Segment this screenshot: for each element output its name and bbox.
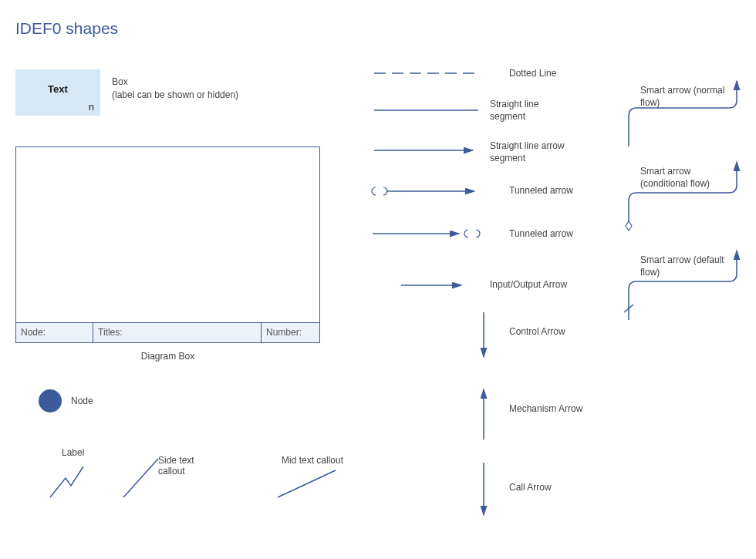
- mid-callout-caption: Mid text callout: [282, 455, 343, 466]
- smart-default-shape: [625, 243, 748, 328]
- diagram-box-node-cell: Node:: [16, 323, 93, 342]
- tunneled-arrow-start-shape: [373, 185, 484, 197]
- label-callout-caption: Label: [62, 447, 84, 458]
- mechanism-arrow-label: Mechanism Arrow: [509, 403, 582, 416]
- mechanism-arrow-shape: [478, 382, 489, 443]
- side-callout-shape: [116, 455, 170, 501]
- diagram-box-number-cell: Number:: [262, 323, 319, 342]
- box-text-label: Text: [15, 83, 100, 95]
- io-arrow-label: Input/Output Arrow: [490, 279, 567, 291]
- diagram-box-body: [16, 147, 319, 323]
- mid-callout-shape: [274, 466, 343, 505]
- box-description: Box (label can be shown or hidden): [112, 76, 282, 102]
- dotted-line-label: Dotted Line: [509, 68, 556, 80]
- tunneled-arrow-start-label: Tunneled arrow: [509, 185, 573, 197]
- straight-arrow-seg-label: Straight line arrow segment: [490, 140, 575, 164]
- svg-line-0: [123, 459, 158, 497]
- io-arrow-shape: [401, 280, 471, 291]
- tunneled-arrow-end-shape: [373, 227, 484, 240]
- tunneled-arrow-end-label: Tunneled arrow: [509, 228, 573, 241]
- control-arrow-shape: [478, 312, 489, 366]
- straight-seg-shape: [374, 106, 482, 114]
- label-callout-shape: [46, 463, 93, 501]
- straight-seg-label: Straight line segment: [490, 99, 559, 123]
- box-desc-l2: (label can be shown or hidden): [112, 89, 238, 100]
- box-desc-l1: Box: [112, 76, 128, 87]
- smart-conditional-shape: [625, 154, 748, 239]
- smart-normal-shape: [625, 73, 748, 150]
- node-shape: [39, 389, 62, 413]
- call-arrow-label: Call Arrow: [509, 482, 552, 494]
- box-index-label: n: [89, 101, 94, 113]
- node-label: Node: [71, 396, 93, 406]
- call-arrow-shape: [478, 463, 489, 524]
- diagram-box-footer: Node: Titles: Number:: [16, 322, 319, 342]
- diagram-box-shape: Node: Titles: Number:: [15, 146, 320, 343]
- dotted-line-shape: [374, 69, 482, 77]
- idef0-box-shape: Text n: [15, 69, 100, 116]
- page-title: IDEF0 shapes: [15, 19, 118, 38]
- diagram-box-titles-cell: Titles:: [93, 323, 262, 342]
- diagram-box-caption: Diagram Box: [15, 351, 320, 362]
- straight-arrow-seg-shape: [374, 145, 482, 156]
- control-arrow-label: Control Arrow: [509, 326, 565, 338]
- svg-line-1: [278, 470, 336, 497]
